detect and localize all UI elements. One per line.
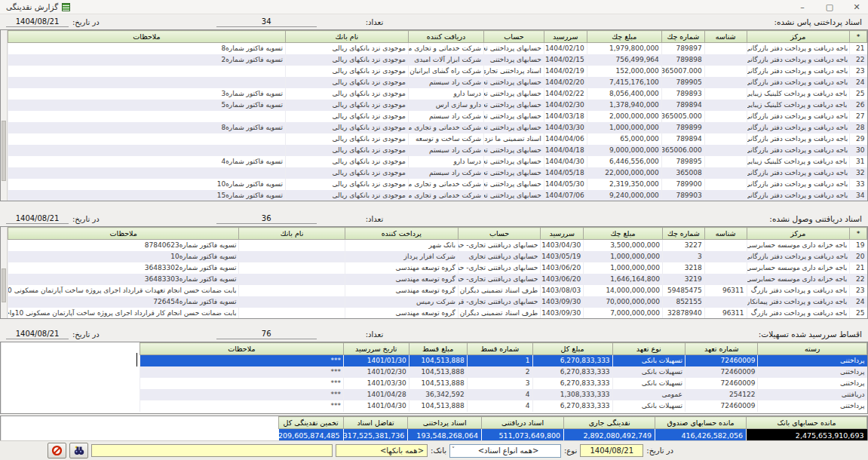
cell[interactable]: 29: [850, 133, 867, 145]
cell[interactable]: 1404/04/06: [544, 133, 587, 145]
cell[interactable]: باجه دریافت و پرداخت دفتر بازرگانی آبی: [747, 179, 850, 190]
search-input[interactable]: [91, 444, 333, 457]
cell[interactable]: 1403/09/30: [541, 296, 584, 308]
column-header[interactable]: ملاحظات: [8, 31, 286, 43]
cell[interactable]: باجه دریافت و پرداخت کلینیک زیبایی آبی: [747, 88, 850, 100]
cell[interactable]: باجه دریافت و پرداخت دفتر پیمانکاری آبی: [747, 296, 850, 308]
cell[interactable]: 756,499,964: [587, 54, 661, 66]
cell[interactable]: باجه دریافت و پرداخت دفتر بازرگ: [747, 285, 850, 296]
date-field[interactable]: 1404/08/21: [6, 329, 69, 339]
table-row[interactable]: 21باجه دریافت و پرداخت دفتر بازرگانی آبی…: [8, 43, 867, 54]
cell[interactable]: [704, 240, 747, 251]
cell[interactable]: [704, 179, 747, 190]
cell[interactable]: 4: [467, 389, 532, 400]
cell[interactable]: 1403/06/20: [541, 262, 584, 274]
cell[interactable]: پرداختنی: [758, 378, 867, 389]
cell[interactable]: باجه دریافت و پرداخت دفتر بازرگ: [747, 308, 850, 319]
table-row[interactable]: پرداختنی72460009تسهیلات بانکی6,270,833,3…: [140, 400, 866, 412]
cell[interactable]: باجه دریافت و پرداخت دفتر بازرگانی آبی: [747, 66, 850, 77]
cell[interactable]: 26: [850, 100, 867, 111]
cell[interactable]: تسویه فاکتور شماره10: [8, 179, 286, 190]
cell[interactable]: 1: [467, 355, 532, 366]
cell[interactable]: 24: [850, 296, 867, 308]
cell[interactable]: 3: [662, 251, 704, 262]
cell[interactable]: دریافتنی: [758, 389, 867, 400]
cell[interactable]: عمومی: [612, 389, 685, 400]
cell[interactable]: 1404/02/15: [544, 54, 587, 66]
column-header[interactable]: شناسه: [704, 228, 747, 240]
column-header[interactable]: پرداخت کننده: [345, 228, 458, 240]
cell[interactable]: 1403/08/03: [541, 285, 584, 296]
cell[interactable]: 789905: [661, 77, 704, 88]
column-header[interactable]: نوع تعهد: [612, 343, 685, 355]
document-type-dropdown[interactable]: <همه انواع اسناد> ˅: [449, 444, 561, 458]
column-header[interactable]: مرکز: [747, 228, 850, 240]
cell[interactable]: [704, 145, 747, 156]
column-header[interactable]: حساب: [484, 31, 544, 43]
cell[interactable]: 1,000,000,000: [587, 122, 661, 133]
cell[interactable]: شرکت خدماتی و تجاری مهر: [408, 190, 483, 201]
cell[interactable]: 104,513,888: [409, 400, 467, 412]
cell[interactable]: [704, 54, 747, 66]
exit-button[interactable]: [48, 443, 66, 458]
cell[interactable]: تسهیلات بانکی: [612, 378, 685, 389]
column-header[interactable]: مبلغ چك: [584, 228, 663, 240]
cell[interactable]: تسویه فاکتور شماره8: [8, 122, 286, 133]
table-row[interactable]: پرداختنی72460009تسهیلات بانکی6,270,833,3…: [140, 366, 866, 378]
cell[interactable]: حسابهای دریافتنی تجاری- حسا: [458, 240, 540, 251]
column-header[interactable]: تاریخ سررسید: [343, 343, 409, 355]
cell[interactable]: 3218: [662, 262, 704, 274]
cell[interactable]: حسابهای دریافتنی تجاری- حسا: [458, 274, 540, 285]
cell[interactable]: درسا دارو: [408, 88, 483, 100]
cell[interactable]: باجه دریافت و پرداخت دفتر بازرگانی آبی: [747, 133, 850, 145]
scrollbar-thumb[interactable]: [2, 268, 6, 302]
cell[interactable]: [8, 133, 286, 145]
cell[interactable]: 31: [850, 156, 867, 167]
column-header[interactable]: شناسه: [704, 31, 747, 43]
cell[interactable]: ***: [140, 366, 343, 378]
cell[interactable]: شرکت خدماتی و تجاری مهر: [408, 122, 483, 133]
cell[interactable]: 8,056,400,000: [587, 88, 661, 100]
cell[interactable]: 72460009: [685, 366, 757, 378]
cell[interactable]: باجه دریافت و پرداخت دفتر بازرگانی آبی: [747, 111, 850, 122]
column-header[interactable]: دریافت کننده: [408, 31, 483, 43]
cell[interactable]: 96311: [704, 308, 747, 319]
column-header[interactable]: مرکز: [747, 31, 850, 43]
cell[interactable]: باجه دریافت و پرداخت کلینیک زیبایی آبی: [747, 100, 850, 111]
table-row[interactable]: 23باجه دریافت و پرداخت دفتر بازرگ9631159…: [8, 285, 867, 296]
cell[interactable]: [239, 251, 345, 262]
cell[interactable]: باجه دریافت و پرداخت دفتر بازرگانی آبی: [747, 167, 850, 179]
cell[interactable]: [704, 156, 747, 167]
column-header[interactable]: رسته: [758, 343, 867, 355]
cell[interactable]: حسابهای پرداختنی تجاری: [484, 122, 544, 133]
table-row[interactable]: 19باجه خزانه داری موسسه حسابرسی32273,500…: [8, 240, 867, 251]
cell[interactable]: 1403/04/30: [541, 240, 584, 251]
cell[interactable]: 21: [850, 43, 867, 54]
cell[interactable]: 365005.000: [661, 111, 704, 122]
cell[interactable]: 365006.000: [661, 145, 704, 156]
cell[interactable]: 789894: [661, 100, 704, 111]
cell[interactable]: 59485475: [662, 285, 704, 296]
cell[interactable]: [8, 77, 286, 88]
cell[interactable]: 104,513,888: [409, 355, 467, 366]
column-header[interactable]: مبلغ قسط: [409, 343, 467, 355]
cell[interactable]: 1404/07/06: [544, 190, 587, 201]
column-header[interactable]: ملاحظات: [8, 228, 239, 240]
cell[interactable]: شرکت راد سیستم: [408, 167, 483, 179]
cell[interactable]: 3,500,000,000: [584, 240, 663, 251]
cell[interactable]: 1404/02/20: [544, 77, 587, 88]
cell[interactable]: [704, 133, 747, 145]
cell[interactable]: 22,000,000,000: [587, 167, 661, 179]
cell[interactable]: بابت ضمانت حسن انجام کار قرارداد اجرای پ…: [8, 308, 239, 319]
cell[interactable]: طرف اسناد تضمینی دیگران نزد: [458, 285, 540, 296]
table-row[interactable]: 28باجه دریافت و پرداخت دفتر بازرگانی آبی…: [8, 122, 867, 133]
cell[interactable]: درسا دارو: [408, 156, 483, 167]
column-header[interactable]: شماره تعهد: [685, 343, 757, 355]
cell[interactable]: 365007.000: [661, 66, 704, 77]
cell[interactable]: حسابهای پرداختنی تجاری: [484, 145, 544, 156]
cell[interactable]: شرکت راد سیستم: [408, 77, 483, 88]
cell[interactable]: 19: [850, 240, 867, 251]
cell[interactable]: [239, 240, 345, 251]
cell[interactable]: 1,308,333,333: [532, 389, 612, 400]
cell[interactable]: [704, 274, 747, 285]
